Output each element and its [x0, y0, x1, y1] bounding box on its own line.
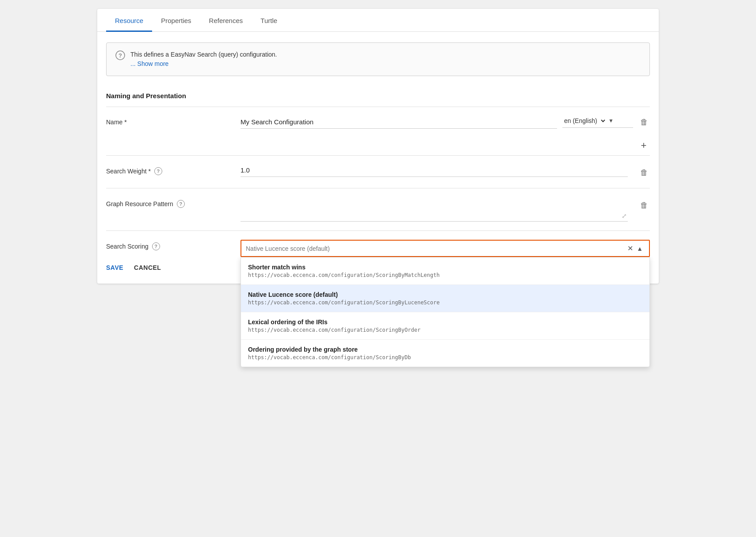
weight-input-wrap — [241, 165, 628, 177]
save-button[interactable]: SAVE — [106, 264, 123, 271]
name-input-group: en (English) de (German) fr (French) ▼ 🗑 — [241, 116, 650, 129]
dropdown-item-url-3: https://vocab.eccenca.com/configuration/… — [248, 354, 642, 361]
tab-resource[interactable]: Resource — [106, 9, 152, 32]
pattern-delete-icon[interactable]: 🗑 — [638, 199, 650, 212]
graph-pattern-textarea[interactable] — [241, 197, 628, 219]
scoring-input-row: ✕ ▲ — [241, 240, 650, 257]
search-weight-input[interactable] — [241, 165, 628, 176]
show-more-link[interactable]: ... Show more — [130, 60, 168, 67]
scoring-dropdown-list: Shorter match wins https://vocab.eccenca… — [241, 257, 650, 367]
search-scoring-help-icon[interactable]: ? — [152, 242, 160, 250]
search-scoring-label-text: Search Scoring — [106, 243, 149, 250]
pattern-textarea-wrap: ⤢ — [241, 197, 628, 222]
info-box: ? This defines a EasyNav Search (query) … — [106, 42, 650, 76]
name-delete-icon[interactable]: 🗑 — [638, 116, 650, 129]
dropdown-item-1[interactable]: Native Lucence score (default) https://v… — [241, 285, 649, 312]
scoring-field-wrap: ✕ ▲ Shorter match wins https://vocab.ecc… — [241, 240, 650, 257]
name-label: Name * — [106, 116, 230, 126]
graph-pattern-content: ⤢ — [241, 197, 628, 222]
search-weight-label-text: Search Weight * — [106, 168, 151, 175]
dropdown-item-2[interactable]: Lexical ordering of the IRIs https://voc… — [241, 312, 649, 340]
main-card: Resource Properties References Turtle ? … — [97, 9, 659, 284]
name-input-wrap — [241, 116, 557, 129]
search-weight-label: Search Weight * ? — [106, 165, 230, 175]
search-scoring-row: Search Scoring ? ✕ ▲ Shorter match wins … — [97, 231, 659, 257]
dropdown-item-title-0: Shorter match wins — [248, 264, 642, 271]
search-weight-help-icon[interactable]: ? — [154, 167, 162, 175]
dropdown-item-title-3: Ordering provided by the graph store — [248, 346, 642, 353]
svg-text:?: ? — [118, 52, 122, 59]
info-text: This defines a EasyNav Search (query) co… — [130, 51, 277, 58]
dropdown-item-url-0: https://vocab.eccenca.com/configuration/… — [248, 272, 642, 278]
weight-delete-icon[interactable]: 🗑 — [638, 166, 650, 179]
language-select[interactable]: en (English) de (German) fr (French) — [562, 117, 607, 125]
info-circle-icon: ? — [115, 50, 125, 62]
add-name-row: + — [97, 138, 659, 155]
dropdown-item-title-2: Lexical ordering of the IRIs — [248, 318, 642, 326]
tab-properties[interactable]: Properties — [152, 9, 200, 32]
dropdown-item-3[interactable]: Ordering provided by the graph store htt… — [241, 340, 649, 367]
scoring-input[interactable] — [246, 245, 626, 252]
add-name-button[interactable]: + — [638, 139, 650, 152]
name-field-row: Name * en (English) de (German) fr (Fren… — [97, 107, 659, 138]
tab-references[interactable]: References — [200, 9, 252, 32]
name-input[interactable] — [241, 116, 557, 128]
graph-pattern-row: Graph Resource Pattern ? ⤢ 🗑 — [97, 188, 659, 230]
search-weight-content — [241, 165, 628, 177]
dropdown-item-0[interactable]: Shorter match wins https://vocab.eccenca… — [241, 257, 649, 285]
info-content: This defines a EasyNav Search (query) co… — [130, 50, 277, 69]
graph-pattern-label-text: Graph Resource Pattern — [106, 200, 173, 207]
section-heading: Naming and Presentation — [97, 87, 659, 107]
resize-handle-icon: ⤢ — [622, 212, 627, 219]
search-weight-row: Search Weight * ? 🗑 — [97, 156, 659, 188]
name-content: en (English) de (German) fr (French) ▼ 🗑 — [241, 116, 650, 129]
dropdown-item-url-2: https://vocab.eccenca.com/configuration/… — [248, 327, 642, 333]
graph-pattern-help-icon[interactable]: ? — [177, 200, 185, 208]
dropdown-item-title-1: Native Lucence score (default) — [248, 291, 642, 298]
language-dropdown-arrow-icon: ▼ — [608, 118, 614, 124]
dropdown-item-url-1: https://vocab.eccenca.com/configuration/… — [248, 299, 642, 306]
weight-row-actions: 🗑 — [638, 165, 650, 179]
cancel-button[interactable]: CANCEL — [134, 264, 161, 271]
tab-turtle[interactable]: Turtle — [252, 9, 286, 32]
graph-pattern-label: Graph Resource Pattern ? — [106, 197, 230, 208]
scoring-toggle-button[interactable]: ▲ — [635, 244, 645, 253]
tabs-bar: Resource Properties References Turtle — [97, 9, 659, 32]
pattern-row-actions: 🗑 — [638, 197, 650, 212]
language-select-wrap: en (English) de (German) fr (French) ▼ — [562, 117, 633, 128]
search-scoring-label: Search Scoring ? — [106, 240, 230, 250]
scoring-clear-button[interactable]: ✕ — [626, 243, 635, 253]
